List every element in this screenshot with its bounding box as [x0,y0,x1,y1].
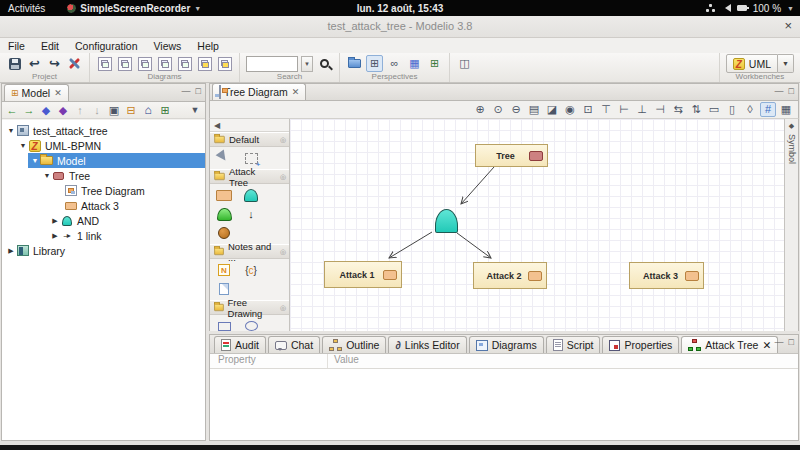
tab-chat[interactable]: Chat [268,336,320,353]
tab-audit[interactable]: Audit [214,336,266,353]
diagram-type-3-button[interactable] [136,55,153,72]
palette-section-attack-tree[interactable]: Attack Tree ◎ [210,169,289,184]
tool-event[interactable] [216,226,232,240]
tool-attack-node[interactable] [216,188,232,202]
tree-item-tree-diagram[interactable]: Tree Diagram [2,183,205,198]
node-attack-1[interactable]: Attack 1 [324,261,402,288]
move-down-button[interactable]: ↓ [89,103,105,118]
tool-and-gate[interactable] [243,188,259,202]
chevron-down-icon[interactable]: ▼ [787,5,794,12]
minimize-button[interactable]: — [182,87,191,96]
tab-attack-tree[interactable]: Attack Tree ✕ [681,336,778,353]
move-up-button[interactable]: ↑ [72,103,88,118]
perspective-links-button[interactable]: ∞ [386,55,403,72]
link-view-button[interactable]: ⊟ [123,103,139,118]
tool-document[interactable] [216,282,232,296]
search-options-dropdown[interactable]: ▼ [301,56,313,72]
tree-item-uml-bpmn[interactable]: ▼ UML-BPMN [2,138,205,153]
align-left-button[interactable]: ⊢ [616,102,632,117]
tab-links-editor[interactable]: ∂ Links Editor [388,336,466,353]
tool-select[interactable] [216,151,232,165]
tree-item-library[interactable]: ▶ Library [2,243,205,258]
maximize-button[interactable]: □ [789,87,794,96]
collapse-all-button[interactable]: ▣ [106,103,122,118]
filter-button[interactable]: ⊞ [157,103,173,118]
tab-outline[interactable]: Outline [322,336,386,353]
tree-item-and[interactable]: ▶ AND [2,213,205,228]
menu-edit[interactable]: Edit [41,40,59,52]
align-top-button[interactable]: ⊤ [598,102,614,117]
zoom-100-button[interactable]: ⊙ [490,102,506,117]
undo-button[interactable]: ↩ [26,55,43,72]
node-attack-2[interactable]: Attack 2 [473,262,547,289]
menu-views[interactable]: Views [153,40,181,52]
expand-arrow-icon[interactable]: ▼ [6,127,16,134]
palette-collapse-button[interactable]: ◀ [210,119,289,132]
volume-icon[interactable] [721,4,731,12]
diagram-type-6-button[interactable] [196,55,213,72]
zoom-out-button[interactable]: ⊖ [508,102,524,117]
tab-model[interactable]: ⊞ Model ✕ [4,84,69,101]
column-property[interactable]: Property [210,354,328,368]
tab-tree-diagram[interactable]: Tree Diagram ✕ [212,83,306,100]
expand-arrow-icon[interactable]: ▶ [50,232,60,240]
save-image-button[interactable]: ◪ [544,102,560,117]
tree-item-attack-3[interactable]: Attack 3 [2,198,205,213]
tab-script[interactable]: Script [546,336,601,353]
align-right-button[interactable]: ⊣ [652,102,668,117]
style-button[interactable]: ◊ [742,102,758,117]
menu-help[interactable]: Help [197,40,219,52]
close-icon[interactable]: ✕ [292,87,300,97]
expand-icon[interactable]: ◆ [785,122,798,130]
network-icon[interactable] [706,4,715,12]
maximize-button[interactable]: □ [789,338,794,347]
tree-item-project[interactable]: ▼ test_attack_tree [2,123,205,138]
related-forward-button[interactable]: ◆ [55,103,71,118]
clock[interactable]: lun. 12 août, 15:43 [0,3,800,14]
same-width-button[interactable]: ▭ [706,102,722,117]
zoom-in-button[interactable]: ⊕ [472,102,488,117]
select-region-button[interactable]: ⊡ [580,102,596,117]
menu-configuration[interactable]: Configuration [75,40,137,52]
diagram-type-7-button[interactable] [216,55,233,72]
related-back-button[interactable]: ◆ [38,103,54,118]
diagram-type-5-button[interactable] [176,55,193,72]
property-table-body[interactable] [210,369,798,440]
configure-button[interactable] [66,55,83,72]
window-close-button[interactable]: × [784,18,792,33]
view-menu-button[interactable]: ▼ [187,103,203,118]
diagram-type-4-button[interactable] [156,55,173,72]
tool-rectangle[interactable] [216,319,232,333]
palette-section-free-drawing[interactable]: Free Drawing ◎ [210,300,289,315]
tool-marquee[interactable] [243,151,259,165]
tree-item-links[interactable]: ▶ --▸ 1 link [2,228,205,243]
diagram-type-1-button[interactable] [96,55,113,72]
expand-arrow-icon[interactable]: ▶ [6,247,16,255]
diagram-canvas[interactable]: Tree Attack 1 Attack 2 Attack 3 [290,119,784,331]
same-height-button[interactable]: ▯ [724,102,740,117]
workbench-dropdown[interactable]: ▼ [778,54,794,73]
perspective-project-button[interactable] [346,55,363,72]
tool-ellipse[interactable] [243,319,259,333]
search-input[interactable] [246,56,298,72]
tab-properties[interactable]: Properties [602,336,679,353]
page-setup-button[interactable]: ▦ [778,102,794,117]
distribute-v-button[interactable]: ⇅ [688,102,704,117]
tool-constraint[interactable]: {c} [243,263,259,277]
perspective-model-button[interactable]: ⊞ [366,55,383,72]
diagram-type-2-button[interactable] [116,55,133,72]
nav-back-button[interactable]: ← [4,103,20,118]
node-tree[interactable]: Tree [475,144,548,167]
home-button[interactable]: ⌂ [140,103,156,118]
menu-file[interactable]: File [8,40,25,52]
expand-arrow-icon[interactable]: ▼ [30,157,40,164]
toggle-grid-button[interactable]: # [760,102,776,117]
save-button[interactable] [6,55,23,72]
nav-forward-button[interactable]: → [21,103,37,118]
close-icon[interactable]: ✕ [762,339,771,351]
palette-section-notes[interactable]: Notes and ... ◎ [210,244,289,259]
workbench-button[interactable]: UML [726,54,778,73]
tool-note[interactable]: N [216,263,232,277]
redo-button[interactable]: ↪ [46,55,63,72]
maximize-button[interactable]: □ [196,87,201,96]
